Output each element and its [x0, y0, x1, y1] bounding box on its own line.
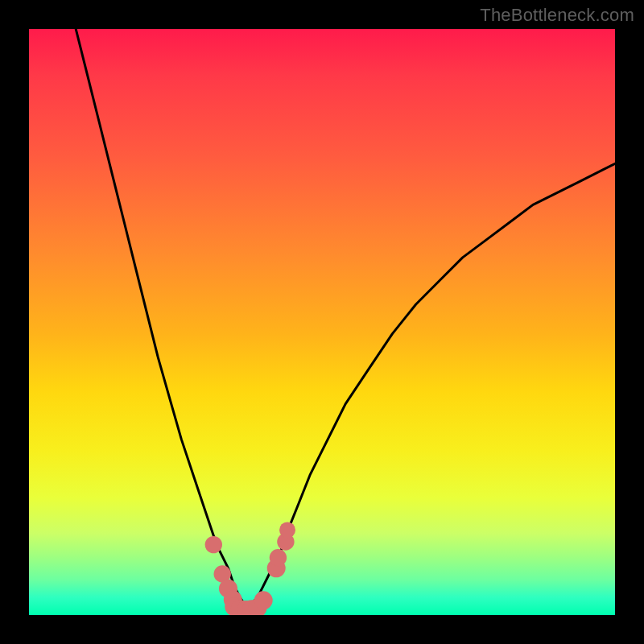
- bottleneck-curve: [29, 29, 615, 615]
- curve-marker: [219, 580, 237, 598]
- curve-marker: [224, 591, 242, 609]
- curve-marker: [242, 600, 261, 615]
- curve-marker: [225, 597, 243, 615]
- plot-area: [29, 29, 615, 615]
- curve-marker: [205, 536, 222, 553]
- curve-marker: [231, 600, 250, 615]
- curve-marker: [277, 533, 294, 550]
- curve-marker: [248, 599, 266, 615]
- curve-marker: [270, 549, 287, 566]
- curve-marker: [214, 565, 231, 582]
- curve-marker: [267, 559, 286, 577]
- curve-path: [76, 29, 615, 606]
- watermark-text: TheBottleneck.com: [480, 5, 634, 26]
- curve-marker: [254, 591, 273, 609]
- curve-marker: [237, 601, 255, 615]
- curve-marker: [279, 522, 295, 538]
- chart-frame: TheBottleneck.com: [0, 0, 644, 644]
